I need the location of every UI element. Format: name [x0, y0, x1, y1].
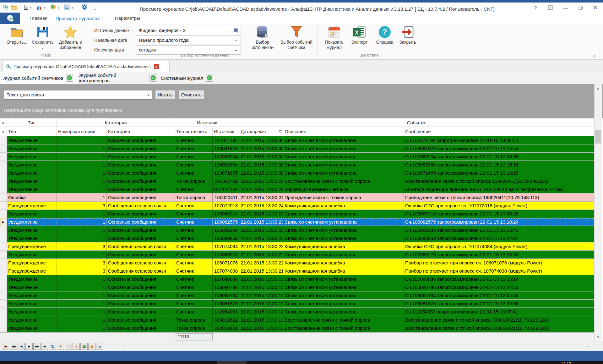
pin-window-icon[interactable] — [546, 3, 555, 12]
document-tab-close-icon[interactable]: x — [154, 64, 159, 69]
add-favorite-button[interactable]: Добавить в избранное — [56, 25, 85, 50]
tab-params[interactable]: Параметры — [111, 13, 144, 24]
column-header-srctype[interactable]: Тип источника — [175, 127, 213, 136]
refresh-button[interactable]: ↻ — [49, 343, 56, 350]
journal-enabled-badge[interactable]: ✓ — [66, 74, 73, 82]
table-row[interactable]: Уведомление1Основные сообщенияСчетчик106… — [0, 226, 594, 234]
column-header-description[interactable]: Описание — [283, 127, 404, 136]
table-row[interactable]: Уведомление1Основные сообщенияСчетчик112… — [0, 308, 594, 316]
hscroll-right-icon[interactable]: › — [587, 343, 589, 349]
ribbon-collapse-icon[interactable]: ∧ — [593, 54, 596, 59]
table-row[interactable]: Предупреждение3Сообщения сеансов связиСч… — [0, 259, 594, 267]
bar-chart-icon[interactable] — [36, 4, 43, 11]
table-row[interactable]: Уведомление1Основные сообщенияСчетчик812… — [0, 185, 594, 193]
last-record-button[interactable]: ▶| — [41, 343, 48, 350]
autorefresh-on-button[interactable]: ✳ — [57, 343, 64, 350]
table-row[interactable]: Предупреждение3Сообщения сеансов связиСч… — [0, 267, 594, 275]
table-row[interactable]: Уведомление1Основные сообщенияСчетчик108… — [0, 291, 594, 300]
help-title-button[interactable]: ? — [531, 3, 540, 12]
vertical-scrollbar[interactable]: ∧ ∨ — [594, 84, 602, 341]
table-row[interactable]: Уведомление1Основные сообщенияСчетчик107… — [0, 136, 594, 144]
table-row[interactable]: Уведомление1Основные сообщенияСчетчик107… — [0, 251, 594, 259]
select-meter-events-button[interactable]: Выбор событий счетчика — [278, 25, 315, 50]
table-row[interactable]: Уведомление1Основные сообщенияСчетчик106… — [0, 300, 594, 308]
bar-chart-dropdown-icon[interactable]: ▾ — [44, 6, 46, 9]
next-record-button[interactable]: ▶ — [25, 343, 33, 350]
next-page-button[interactable]: ▶▶ — [33, 343, 41, 350]
tab-home[interactable]: Главная — [25, 13, 52, 24]
show-journal-button[interactable]: Показать журнал — [320, 25, 348, 50]
startdate-field[interactable]: Начало прошлого года ... — [136, 35, 241, 45]
open-button[interactable]: Открыть... — [4, 25, 30, 45]
column-header-datetime[interactable]: Дата/время▽ — [239, 127, 283, 136]
minimize-button[interactable]: — — [561, 3, 570, 12]
save-button[interactable]: Сохранить ▾ — [31, 25, 55, 51]
save-dropdown-icon[interactable]: ▾ — [42, 46, 43, 51]
app-logo[interactable] — [0, 13, 20, 24]
table-row[interactable]: Уведомление1Основные сообщенияСчетчик106… — [0, 234, 594, 242]
table-row[interactable]: Уведомление1Основные сообщенияСчетчик106… — [0, 161, 594, 169]
taskbar-button[interactable] — [217, 361, 247, 364]
journal-enabled-badge[interactable]: ✓ — [206, 74, 213, 82]
find-button[interactable]: ∞ — [96, 343, 103, 350]
table-row[interactable]: Уведомление1Основные сообщенияТочка опро… — [0, 316, 594, 324]
grid-layout-button[interactable]: ▦ — [88, 343, 95, 350]
combo-dropdown-icon[interactable]: ∨ — [147, 90, 150, 99]
maximize-button[interactable] — [576, 3, 585, 12]
column-header-category[interactable]: Категория — [107, 127, 175, 136]
datasource-field[interactable]: Фидеры, фидеров - 3 — [136, 26, 241, 35]
close-journal-button[interactable]: Закрыть — [396, 25, 419, 45]
search-button[interactable]: Искать — [155, 90, 175, 100]
close-button[interactable]: ✕ — [590, 3, 600, 12]
report-list-icon[interactable] — [23, 4, 30, 11]
table-sum-icon[interactable]: Σ — [63, 4, 70, 11]
table-row[interactable]: Уведомление1Основные сообщенияСчетчик107… — [0, 275, 594, 283]
scrollbar-thumb[interactable] — [595, 130, 601, 144]
column-header-message[interactable]: Сообщение — [404, 127, 594, 136]
help-button[interactable]: ? Справка — [374, 25, 396, 45]
report-list-dropdown-icon[interactable]: ▾ — [30, 6, 32, 9]
table-row[interactable]: Уведомление1Основные сообщенияСчетчик106… — [0, 283, 594, 291]
band-header-2[interactable]: Категория — [57, 118, 175, 127]
tab-system-journal[interactable]: Системный журнал ✓ — [161, 72, 224, 84]
scroll-up-icon[interactable]: ∧ — [595, 85, 602, 92]
column-header-type[interactable]: Тип — [7, 127, 57, 136]
search-input[interactable]: Текст для поиска ∨ — [4, 90, 152, 100]
table-row[interactable]: Уведомление1Основные сообщенияСчетчик106… — [0, 210, 594, 218]
table-row[interactable]: ▶Уведомление1Основные сообщенияСчетчик10… — [0, 218, 594, 226]
autorefresh-off-button[interactable]: ✳ — [65, 343, 72, 350]
gear-icon[interactable] — [81, 4, 88, 11]
table-row[interactable]: Ошибка1Основные сообщенияТочка опроса160… — [0, 193, 594, 202]
clear-button[interactable]: Очистить — [179, 90, 204, 100]
column-header-catnum[interactable]: Номер категории — [57, 127, 107, 136]
select-source-button[interactable]: Выбор источника▾ — [248, 25, 277, 51]
tab-meter-events-journal[interactable]: Журнал событий счетчиков ✓ — [0, 72, 79, 84]
band-header-4[interactable]: Событие — [239, 118, 594, 127]
first-record-button[interactable]: |◀ — [2, 343, 9, 350]
scroll-down-icon[interactable]: ∨ — [595, 333, 602, 340]
table-row[interactable]: Уведомление1Основные сообщенияСчетчик107… — [0, 153, 594, 161]
table-sum-dropdown-icon[interactable]: ▾ — [72, 6, 73, 9]
band-header-3[interactable]: Источник — [175, 118, 239, 127]
hscroll-left-icon[interactable]: ‹ — [122, 343, 124, 349]
table-row[interactable]: Предупреждение3Сообщения сеансов связиСч… — [0, 242, 594, 251]
open-folder-icon[interactable] — [11, 4, 18, 11]
add-view-button[interactable]: ▦ — [80, 343, 88, 350]
tab-view-journals[interactable]: Просмотр журналов — [51, 13, 104, 24]
startdate-more-button[interactable]: ... — [235, 36, 239, 45]
qat-customize-icon[interactable]: ⌐▾ — [94, 5, 96, 11]
tab-controller-events-journal[interactable]: Журнал событий контроллеров ✓ — [79, 72, 157, 84]
journal-enabled-badge[interactable]: ✓ — [149, 74, 157, 82]
table-row[interactable]: Уведомление1Основные сообщенияТочка опро… — [0, 177, 594, 185]
prior-record-button[interactable]: ◀ — [18, 343, 25, 350]
table-row[interactable]: Предупреждение3Сообщения сеансов связиСч… — [0, 202, 594, 210]
table-row[interactable]: Уведомление1Основные сообщенияСчетчик106… — [0, 144, 594, 153]
column-header-source[interactable]: Источник — [213, 127, 239, 136]
map-pins-icon[interactable] — [50, 4, 57, 11]
table-row[interactable]: Уведомление1Основные сообщенияСчетчик103… — [0, 169, 594, 177]
document-tab[interactable]: Просмотр журналов C:\job\ACDAD\Default\A… — [3, 61, 170, 72]
filter-button[interactable]: ▼ — [73, 343, 80, 350]
prior-page-button[interactable]: ◀◀ — [10, 343, 17, 350]
datasource-db-icon[interactable] — [234, 26, 239, 35]
table-row[interactable]: Уведомление1Основные сообщенияТочка опро… — [0, 324, 594, 332]
